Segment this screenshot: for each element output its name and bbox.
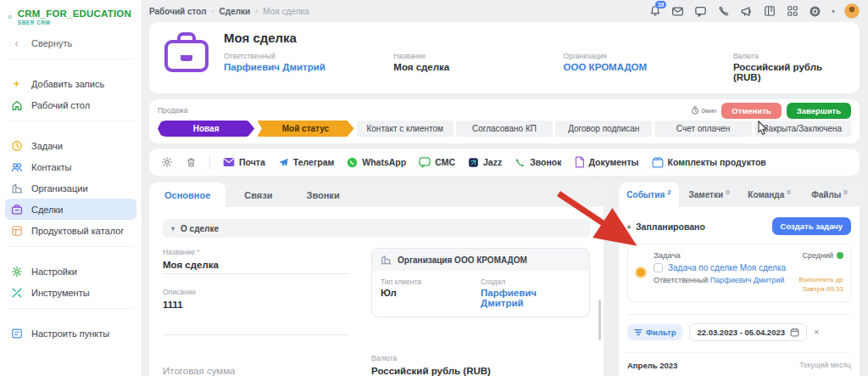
sidebar-item-tools[interactable]: Инструменты	[0, 282, 142, 303]
scrollbar-thumb[interactable]	[598, 300, 601, 340]
mail-icon[interactable]	[671, 4, 685, 18]
deal-organization-link[interactable]: ООО КРОМАДОМ	[564, 62, 733, 72]
notification-count-badge: 19	[655, 1, 666, 8]
user-avatar[interactable]	[844, 3, 860, 19]
task-title-link[interactable]: Задача по сделке Моя сделка	[668, 263, 786, 272]
tab-calls[interactable]: Звонки	[292, 182, 355, 207]
divider	[8, 121, 133, 131]
deal-name-input[interactable]: Моя сделка	[163, 258, 349, 274]
sidebar-item-deals[interactable]: Сделки	[5, 199, 136, 220]
breadcrumb-deals[interactable]: Сделки	[220, 7, 251, 16]
planned-section-header[interactable]: ▴ Запланировано	[627, 222, 705, 232]
deal-form-card: Основное Связи Звонки ▾ О сделке Названи…	[149, 182, 604, 376]
total-amount-input[interactable]: Итоговая сумма	[163, 354, 349, 376]
stage-my-status[interactable]: Мой статус	[257, 121, 353, 137]
divider	[8, 59, 133, 69]
tab-count: 0	[787, 188, 790, 196]
description-field[interactable]: Описание 1111	[163, 288, 349, 335]
sidebar-item-desktop[interactable]: Рабочий стол	[0, 94, 142, 115]
catalog-icon	[10, 225, 23, 237]
field-label: Тип клиента	[381, 278, 481, 286]
complete-deal-button[interactable]: Завершить	[787, 103, 851, 119]
action-jazz[interactable]: Jazz	[468, 157, 502, 168]
notifications-bell-icon[interactable]: 19	[648, 4, 662, 18]
briefcase-icon	[10, 204, 23, 216]
stage-kp-approved[interactable]: Согласовано КП	[456, 121, 553, 137]
task-status-icon	[635, 267, 647, 278]
chevron-down-icon[interactable]: ▾	[832, 8, 835, 15]
action-product-bundles[interactable]: Комплекты продуктов	[652, 157, 766, 168]
tab-count: 2	[667, 188, 670, 196]
tab-notes[interactable]: Заметки0	[679, 182, 739, 207]
phone-icon[interactable]	[717, 4, 731, 18]
currency-field[interactable]: Валюта Российский рубль (RUB)	[371, 354, 590, 376]
sidebar-collapse-button[interactable]: ‹ Свернуть	[0, 32, 142, 53]
megaphone-icon[interactable]	[740, 4, 754, 18]
trash-icon[interactable]	[186, 157, 197, 168]
stage-client-contact[interactable]: Контакт с клиентом	[357, 121, 453, 137]
kanban-board-icon[interactable]	[763, 4, 776, 18]
priority-dot-icon	[837, 252, 843, 259]
breadcrumb-separator: ›	[255, 7, 258, 15]
breadcrumb-current: Моя сделка	[263, 7, 309, 16]
chevron-up-icon: ▴	[627, 222, 631, 230]
organization-card[interactable]: Организация ООО КРОМАДОМ Тип клиента Юл …	[371, 248, 590, 317]
deal-name-field[interactable]: Название * Моя сделка	[163, 248, 349, 274]
task-priority: Средний	[802, 251, 843, 260]
sidebar-item-configure-menu[interactable]: Настроить пункты	[0, 323, 142, 344]
total-amount-field[interactable]: Итоговая сумма	[163, 354, 349, 376]
sidebar-item-settings[interactable]: Настройки	[0, 261, 142, 282]
stage-closed[interactable]: Закрыта/Заключена	[754, 121, 851, 137]
sidebar-item-product-catalog[interactable]: Продуктовый каталог	[0, 220, 142, 241]
events-tabs: События2 Заметки0 Команда0 Файлы0	[619, 182, 860, 207]
field-label: Ответственный	[224, 52, 393, 60]
tab-relations[interactable]: Связи	[229, 182, 287, 207]
call-phone-icon	[515, 157, 526, 168]
action-bar: Почта Телеграм WhatsApp СМС Jazz Звонок	[149, 149, 860, 176]
topbar: Рабочий стол › Сделки › Моя сделка 19 ▾	[149, 0, 860, 22]
cancel-deal-button[interactable]: Отменить	[721, 103, 781, 119]
action-whatsapp[interactable]: WhatsApp	[347, 157, 406, 168]
tab-events[interactable]: События2	[619, 182, 679, 207]
stage-invoice-paid[interactable]: Счет оплачен	[654, 121, 751, 137]
breadcrumb-separator: ›	[212, 7, 214, 15]
apps-grid-icon[interactable]	[786, 4, 799, 18]
action-mail[interactable]: Почта	[223, 157, 265, 167]
sidebar-item-add-record[interactable]: + Добавить запись	[0, 73, 142, 94]
sidebar-item-tasks[interactable]: Задачи	[0, 135, 142, 156]
date-range-input[interactable]: 22.03.2023 - 05.04.2023	[689, 323, 807, 341]
breadcrumb: Рабочий стол › Сделки › Моя сделка	[149, 7, 309, 16]
filter-button[interactable]: Фильтр	[627, 324, 682, 340]
tab-files[interactable]: Файлы0	[799, 182, 860, 207]
sidebar-item-organizations[interactable]: Организации	[0, 177, 142, 199]
stage-new[interactable]: Новая	[158, 121, 254, 137]
tab-count: 0	[843, 188, 847, 196]
plus-icon: +	[10, 77, 23, 90]
deal-owner-link[interactable]: Парфиевич Дмитрий	[224, 62, 393, 72]
chevron-left-icon: ‹	[10, 37, 23, 49]
chat-icon[interactable]	[694, 4, 708, 18]
task-checkbox[interactable]	[654, 263, 663, 272]
action-documents[interactable]: Документы	[575, 156, 639, 168]
field-label: Название	[393, 52, 563, 60]
settings-gear-icon[interactable]	[161, 156, 173, 168]
action-sms[interactable]: СМС	[419, 157, 455, 168]
task-card[interactable]: Задача Средний Задача по сделке Моя сдел…	[627, 244, 851, 302]
field-label: Создал	[481, 278, 581, 286]
creator-link[interactable]: Парфиевич Дмитрий	[481, 288, 581, 308]
action-telegram[interactable]: Телеграм	[278, 157, 335, 168]
action-call[interactable]: Звонок	[515, 157, 561, 168]
breadcrumb-desktop[interactable]: Рабочий стол	[149, 7, 207, 16]
create-task-button[interactable]: Создать задачу	[772, 217, 851, 235]
description-input[interactable]: 1111	[163, 298, 349, 313]
about-deal-section-header[interactable]: ▾ О сделке	[163, 219, 590, 238]
tab-team[interactable]: Команда0	[739, 182, 799, 207]
field-label: Название	[163, 248, 195, 256]
tab-main[interactable]: Основное	[149, 182, 225, 207]
clear-filter-button[interactable]: ×	[814, 327, 819, 337]
help-icon[interactable]	[809, 4, 822, 18]
app-subtitle: SBER CRM	[18, 20, 131, 25]
sidebar-item-contacts[interactable]: Контакты	[0, 156, 142, 177]
stage-contract-signed[interactable]: Договор подписан	[555, 121, 652, 137]
task-owner-link[interactable]: Парфиевич Дмитрий	[710, 276, 784, 284]
